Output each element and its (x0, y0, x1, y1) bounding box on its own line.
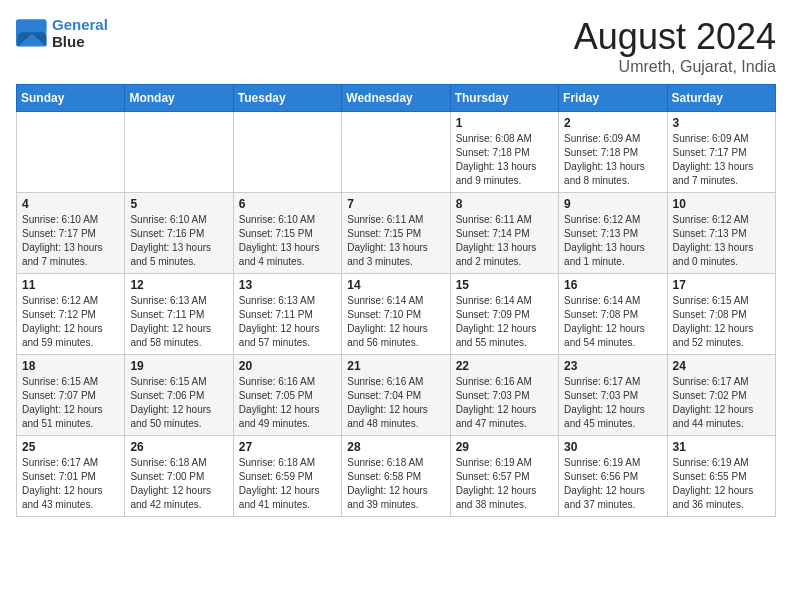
calendar-cell: 18Sunrise: 6:15 AMSunset: 7:07 PMDayligh… (17, 355, 125, 436)
day-info: Sunrise: 6:08 AMSunset: 7:18 PMDaylight:… (456, 132, 553, 188)
calendar-cell (17, 112, 125, 193)
calendar-cell: 1Sunrise: 6:08 AMSunset: 7:18 PMDaylight… (450, 112, 558, 193)
day-info: Sunrise: 6:11 AMSunset: 7:14 PMDaylight:… (456, 213, 553, 269)
day-info: Sunrise: 6:12 AMSunset: 7:13 PMDaylight:… (564, 213, 661, 269)
sub-title: Umreth, Gujarat, India (574, 58, 776, 76)
day-number: 6 (239, 197, 336, 211)
weekday-header-monday: Monday (125, 85, 233, 112)
day-number: 15 (456, 278, 553, 292)
day-info: Sunrise: 6:14 AMSunset: 7:10 PMDaylight:… (347, 294, 444, 350)
day-info: Sunrise: 6:19 AMSunset: 6:56 PMDaylight:… (564, 456, 661, 512)
day-info: Sunrise: 6:10 AMSunset: 7:16 PMDaylight:… (130, 213, 227, 269)
day-number: 25 (22, 440, 119, 454)
calendar-header: SundayMondayTuesdayWednesdayThursdayFrid… (17, 85, 776, 112)
logo-icon (16, 19, 48, 47)
weekday-header-friday: Friday (559, 85, 667, 112)
day-number: 18 (22, 359, 119, 373)
day-info: Sunrise: 6:17 AMSunset: 7:03 PMDaylight:… (564, 375, 661, 431)
day-number: 20 (239, 359, 336, 373)
day-number: 23 (564, 359, 661, 373)
day-info: Sunrise: 6:12 AMSunset: 7:13 PMDaylight:… (673, 213, 770, 269)
day-info: Sunrise: 6:14 AMSunset: 7:08 PMDaylight:… (564, 294, 661, 350)
day-number: 29 (456, 440, 553, 454)
calendar-cell: 14Sunrise: 6:14 AMSunset: 7:10 PMDayligh… (342, 274, 450, 355)
day-number: 14 (347, 278, 444, 292)
weekday-header-wednesday: Wednesday (342, 85, 450, 112)
calendar-cell (125, 112, 233, 193)
day-number: 27 (239, 440, 336, 454)
calendar-cell: 20Sunrise: 6:16 AMSunset: 7:05 PMDayligh… (233, 355, 341, 436)
day-info: Sunrise: 6:16 AMSunset: 7:05 PMDaylight:… (239, 375, 336, 431)
day-number: 13 (239, 278, 336, 292)
calendar-week-4: 18Sunrise: 6:15 AMSunset: 7:07 PMDayligh… (17, 355, 776, 436)
svg-rect-2 (16, 19, 46, 32)
calendar-cell (233, 112, 341, 193)
main-title: August 2024 (574, 16, 776, 58)
day-info: Sunrise: 6:09 AMSunset: 7:18 PMDaylight:… (564, 132, 661, 188)
day-number: 12 (130, 278, 227, 292)
day-info: Sunrise: 6:10 AMSunset: 7:17 PMDaylight:… (22, 213, 119, 269)
calendar-table: SundayMondayTuesdayWednesdayThursdayFrid… (16, 84, 776, 517)
calendar-cell: 29Sunrise: 6:19 AMSunset: 6:57 PMDayligh… (450, 436, 558, 517)
calendar-cell: 21Sunrise: 6:16 AMSunset: 7:04 PMDayligh… (342, 355, 450, 436)
calendar-cell: 17Sunrise: 6:15 AMSunset: 7:08 PMDayligh… (667, 274, 775, 355)
calendar-cell: 30Sunrise: 6:19 AMSunset: 6:56 PMDayligh… (559, 436, 667, 517)
calendar-cell: 9Sunrise: 6:12 AMSunset: 7:13 PMDaylight… (559, 193, 667, 274)
calendar-week-3: 11Sunrise: 6:12 AMSunset: 7:12 PMDayligh… (17, 274, 776, 355)
calendar-cell: 22Sunrise: 6:16 AMSunset: 7:03 PMDayligh… (450, 355, 558, 436)
calendar-cell: 27Sunrise: 6:18 AMSunset: 6:59 PMDayligh… (233, 436, 341, 517)
day-info: Sunrise: 6:13 AMSunset: 7:11 PMDaylight:… (239, 294, 336, 350)
calendar-week-2: 4Sunrise: 6:10 AMSunset: 7:17 PMDaylight… (17, 193, 776, 274)
day-number: 11 (22, 278, 119, 292)
day-number: 7 (347, 197, 444, 211)
calendar-cell: 31Sunrise: 6:19 AMSunset: 6:55 PMDayligh… (667, 436, 775, 517)
logo-text: General Blue (52, 16, 108, 50)
calendar-cell: 28Sunrise: 6:18 AMSunset: 6:58 PMDayligh… (342, 436, 450, 517)
calendar-week-5: 25Sunrise: 6:17 AMSunset: 7:01 PMDayligh… (17, 436, 776, 517)
calendar-cell: 8Sunrise: 6:11 AMSunset: 7:14 PMDaylight… (450, 193, 558, 274)
title-area: August 2024 Umreth, Gujarat, India (574, 16, 776, 76)
day-number: 22 (456, 359, 553, 373)
day-info: Sunrise: 6:16 AMSunset: 7:03 PMDaylight:… (456, 375, 553, 431)
day-info: Sunrise: 6:19 AMSunset: 6:55 PMDaylight:… (673, 456, 770, 512)
day-number: 4 (22, 197, 119, 211)
calendar-cell: 19Sunrise: 6:15 AMSunset: 7:06 PMDayligh… (125, 355, 233, 436)
day-number: 1 (456, 116, 553, 130)
weekday-header-tuesday: Tuesday (233, 85, 341, 112)
day-number: 21 (347, 359, 444, 373)
day-number: 2 (564, 116, 661, 130)
day-info: Sunrise: 6:19 AMSunset: 6:57 PMDaylight:… (456, 456, 553, 512)
day-info: Sunrise: 6:14 AMSunset: 7:09 PMDaylight:… (456, 294, 553, 350)
calendar-cell: 24Sunrise: 6:17 AMSunset: 7:02 PMDayligh… (667, 355, 775, 436)
calendar-cell: 23Sunrise: 6:17 AMSunset: 7:03 PMDayligh… (559, 355, 667, 436)
day-number: 9 (564, 197, 661, 211)
day-number: 10 (673, 197, 770, 211)
day-info: Sunrise: 6:10 AMSunset: 7:15 PMDaylight:… (239, 213, 336, 269)
calendar-cell: 12Sunrise: 6:13 AMSunset: 7:11 PMDayligh… (125, 274, 233, 355)
weekday-header-row: SundayMondayTuesdayWednesdayThursdayFrid… (17, 85, 776, 112)
day-info: Sunrise: 6:18 AMSunset: 6:59 PMDaylight:… (239, 456, 336, 512)
calendar-cell: 13Sunrise: 6:13 AMSunset: 7:11 PMDayligh… (233, 274, 341, 355)
day-number: 31 (673, 440, 770, 454)
calendar-cell: 15Sunrise: 6:14 AMSunset: 7:09 PMDayligh… (450, 274, 558, 355)
day-info: Sunrise: 6:13 AMSunset: 7:11 PMDaylight:… (130, 294, 227, 350)
day-info: Sunrise: 6:15 AMSunset: 7:06 PMDaylight:… (130, 375, 227, 431)
logo: General Blue (16, 16, 108, 50)
day-info: Sunrise: 6:11 AMSunset: 7:15 PMDaylight:… (347, 213, 444, 269)
calendar-cell: 4Sunrise: 6:10 AMSunset: 7:17 PMDaylight… (17, 193, 125, 274)
header: General Blue August 2024 Umreth, Gujarat… (16, 16, 776, 76)
day-info: Sunrise: 6:18 AMSunset: 7:00 PMDaylight:… (130, 456, 227, 512)
weekday-header-saturday: Saturday (667, 85, 775, 112)
day-number: 17 (673, 278, 770, 292)
day-number: 3 (673, 116, 770, 130)
calendar-cell: 25Sunrise: 6:17 AMSunset: 7:01 PMDayligh… (17, 436, 125, 517)
day-number: 8 (456, 197, 553, 211)
calendar-cell: 11Sunrise: 6:12 AMSunset: 7:12 PMDayligh… (17, 274, 125, 355)
calendar-body: 1Sunrise: 6:08 AMSunset: 7:18 PMDaylight… (17, 112, 776, 517)
calendar-cell: 5Sunrise: 6:10 AMSunset: 7:16 PMDaylight… (125, 193, 233, 274)
calendar-cell: 10Sunrise: 6:12 AMSunset: 7:13 PMDayligh… (667, 193, 775, 274)
day-info: Sunrise: 6:12 AMSunset: 7:12 PMDaylight:… (22, 294, 119, 350)
day-number: 30 (564, 440, 661, 454)
day-info: Sunrise: 6:17 AMSunset: 7:01 PMDaylight:… (22, 456, 119, 512)
calendar-cell: 16Sunrise: 6:14 AMSunset: 7:08 PMDayligh… (559, 274, 667, 355)
